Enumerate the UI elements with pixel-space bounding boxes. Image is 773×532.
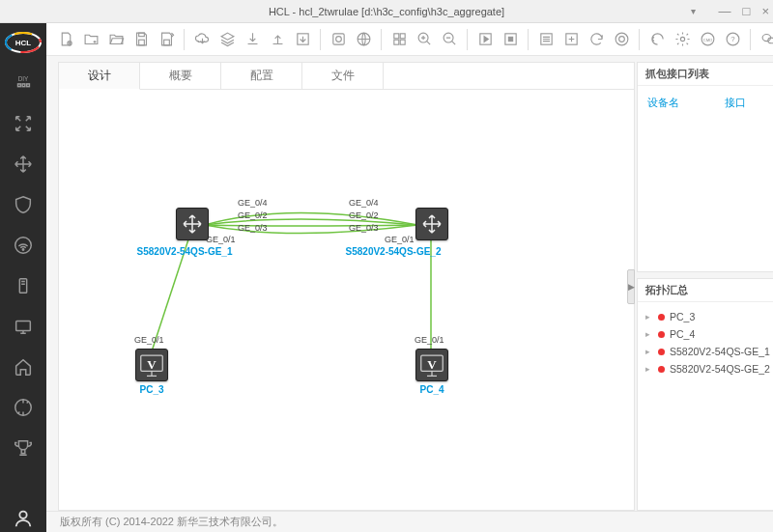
title-dropdown-icon[interactable]: ▾ <box>691 6 696 16</box>
svg-text:HCL: HCL <box>15 39 32 47</box>
svg-text:?: ? <box>730 35 735 43</box>
profile-icon[interactable] <box>10 505 37 532</box>
toolbar: CMD ? <box>46 23 773 56</box>
minimize-button[interactable]: — <box>719 4 731 18</box>
col-interface[interactable]: 接口 <box>725 96 746 110</box>
save-as-button[interactable] <box>155 28 178 51</box>
tree-item[interactable]: ▸PC_3 <box>645 308 773 325</box>
device-switch-1[interactable]: S5820V2-54QS-GE_1 <box>175 208 210 240</box>
panel-title: 拓扑汇总 <box>645 283 688 297</box>
device-pc-3[interactable]: V PC_3 <box>134 349 169 395</box>
new-file-button[interactable] <box>54 28 77 51</box>
tree-item[interactable]: ▸PC_4 <box>645 325 773 343</box>
port-label: GE_0/2 <box>349 210 379 220</box>
svg-rect-17 <box>138 40 144 45</box>
splitter-handle[interactable]: ▶ <box>627 269 635 304</box>
svg-point-14 <box>19 512 26 518</box>
svg-rect-31 <box>508 37 512 41</box>
settings-button[interactable] <box>671 28 694 51</box>
svg-rect-26 <box>400 40 405 44</box>
copyright: 版权所有 (C) 2014-2022 新华三技术有限公司。 <box>60 515 283 529</box>
device-label: PC_3 <box>134 384 169 395</box>
port-label: GE_0/3 <box>238 223 268 233</box>
cloud-download-button[interactable] <box>190 28 214 51</box>
folder-add-button[interactable] <box>79 28 102 51</box>
shield-icon[interactable] <box>10 191 37 218</box>
hcl-logo: HCL <box>0 27 46 56</box>
layers-button[interactable] <box>215 28 239 51</box>
svg-text:DIY: DIY <box>18 75 29 82</box>
tab-design[interactable]: 设计 <box>59 63 140 90</box>
left-sidebar: HCL DIY <box>0 23 46 532</box>
wechat-button[interactable] <box>757 28 773 51</box>
topology-panel: 拓扑汇总▴ ▸PC_3 ▸PC_4 ▸S5820V2-54QS-GE_1 ▸S5… <box>637 278 773 511</box>
grid-button[interactable] <box>387 28 411 51</box>
device-switch-2[interactable]: S5820V2-54QS-GE_2 <box>415 208 449 240</box>
export-button[interactable] <box>291 28 314 51</box>
open-button[interactable] <box>104 28 128 51</box>
device-label: PC_4 <box>415 384 449 395</box>
svg-point-10 <box>22 249 23 250</box>
tabs: 设计 概要 配置 文件 <box>59 63 634 90</box>
svg-rect-12 <box>16 322 31 331</box>
capture-panel: 抓包接口列表▴ 设备名 接口 <box>637 62 773 272</box>
tab-config[interactable]: 配置 <box>221 63 302 89</box>
svg-point-34 <box>616 33 628 45</box>
download-button[interactable] <box>241 28 264 51</box>
tree-item[interactable]: ▸S5820V2-54QS-GE_2 <box>645 360 773 378</box>
stop-button[interactable] <box>499 28 522 51</box>
close-button[interactable]: × <box>761 4 769 18</box>
topology-canvas[interactable]: GE_0/4 GE_0/2 GE_0/3 GE_0/4 GE_0/2 GE_0/… <box>59 90 634 510</box>
add-box-button[interactable] <box>559 28 583 51</box>
svg-point-36 <box>680 37 684 41</box>
refresh-button[interactable] <box>585 28 608 51</box>
port-label: GE_0/2 <box>238 210 268 220</box>
svg-rect-24 <box>400 34 405 39</box>
maximize-button[interactable]: □ <box>743 4 751 18</box>
home-icon[interactable] <box>10 353 37 380</box>
port-label: GE_0/3 <box>349 223 379 233</box>
diy-icon[interactable]: DIY <box>10 70 37 97</box>
monitor-icon[interactable] <box>10 313 37 340</box>
svg-text:CMD: CMD <box>702 38 712 42</box>
col-device[interactable]: 设备名 <box>647 96 725 110</box>
tab-file[interactable]: 文件 <box>302 63 384 89</box>
tree-item[interactable]: ▸S5820V2-54QS-GE_1 <box>645 343 773 360</box>
trophy-icon[interactable] <box>10 434 37 462</box>
port-label: GE_0/1 <box>385 235 415 244</box>
footer: 版权所有 (C) 2014-2022 新华三技术有限公司。 <box>46 511 773 532</box>
svg-rect-47 <box>141 355 163 371</box>
play-button[interactable] <box>473 28 497 51</box>
svg-rect-23 <box>393 34 398 39</box>
upload-button[interactable] <box>266 28 289 51</box>
expand-icon[interactable] <box>10 110 37 137</box>
port-label: GE_0/1 <box>415 335 444 345</box>
help-button[interactable]: ? <box>721 28 744 51</box>
network-button[interactable] <box>352 28 375 51</box>
tab-overview[interactable]: 概要 <box>140 63 221 89</box>
wifi-icon[interactable] <box>10 232 37 259</box>
zoom-out-button[interactable] <box>438 28 461 51</box>
svg-rect-25 <box>393 40 398 44</box>
switch-icon <box>415 208 448 240</box>
svg-rect-6 <box>18 84 21 87</box>
capture-button[interactable] <box>327 28 350 51</box>
device-label: S5820V2-54QS-GE_2 <box>346 246 442 257</box>
svg-point-35 <box>618 37 624 42</box>
device-pc-4[interactable]: V PC_4 <box>415 349 449 395</box>
undo-button[interactable] <box>645 28 669 51</box>
sync-icon[interactable] <box>10 394 37 421</box>
svg-rect-20 <box>332 34 343 44</box>
server-icon[interactable] <box>10 272 37 299</box>
record-button[interactable] <box>610 28 633 51</box>
port-label: GE_0/4 <box>238 198 268 208</box>
wires <box>59 90 634 510</box>
svg-rect-8 <box>27 84 30 87</box>
list-button[interactable] <box>534 28 558 51</box>
port-label: GE_0/4 <box>349 198 379 208</box>
save-button[interactable] <box>129 28 153 51</box>
zoom-in-button[interactable] <box>413 28 436 51</box>
cmd-button[interactable]: CMD <box>696 28 719 51</box>
move-icon[interactable] <box>10 151 37 178</box>
pc-icon: V <box>135 349 168 381</box>
